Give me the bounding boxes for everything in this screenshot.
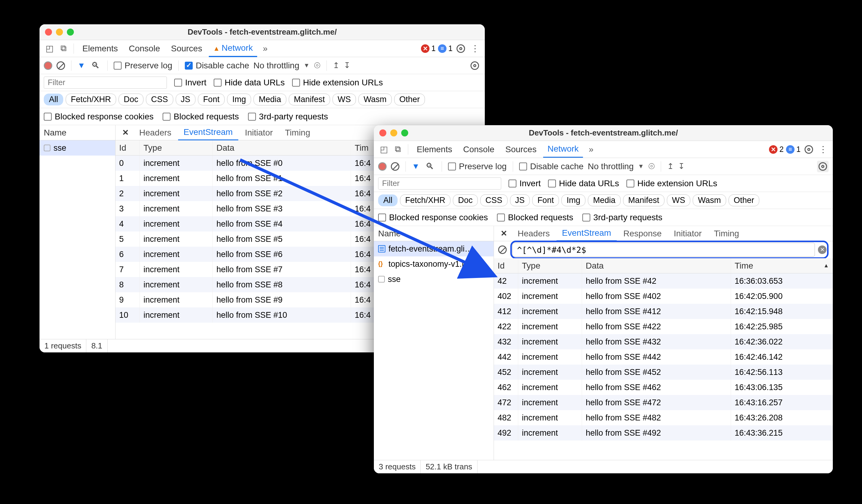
data-row[interactable]: 452incrementhello from SSE #45216:42:56.… <box>494 364 833 380</box>
request-row[interactable]: sse <box>374 271 494 287</box>
pill-ws[interactable]: WS <box>332 94 356 105</box>
pill-all[interactable]: All <box>378 195 397 206</box>
search-icon[interactable]: 🔍︎ <box>90 60 101 71</box>
pill-font[interactable]: Font <box>198 94 225 105</box>
more-menu-icon[interactable]: ⋮ <box>469 43 481 54</box>
pill-media[interactable]: Media <box>253 94 286 105</box>
col-type[interactable]: Type <box>140 140 213 155</box>
minimize-icon[interactable] <box>390 129 397 136</box>
network-conditions-icon[interactable]: ⦾ <box>646 161 657 172</box>
pill-img[interactable]: Img <box>227 94 251 105</box>
info-badge[interactable]: ≡1 <box>438 44 453 53</box>
tab-sources[interactable]: Sources <box>167 41 206 56</box>
tab-headers[interactable]: Headers <box>134 125 177 140</box>
blocked-cookies-checkbox[interactable]: Blocked response cookies <box>378 213 488 222</box>
tab-network[interactable]: Network <box>209 40 257 57</box>
upload-icon[interactable]: ↥ <box>333 61 340 70</box>
pill-other[interactable]: Other <box>729 195 760 206</box>
hide-ext-urls-checkbox[interactable]: Hide extension URLs <box>626 178 717 188</box>
close-icon[interactable] <box>45 29 52 36</box>
close-detail-icon[interactable]: ✕ <box>119 128 132 137</box>
pill-wasm[interactable]: Wasm <box>358 94 392 105</box>
data-row[interactable]: 402incrementhello from SSE #40216:42:05.… <box>494 289 833 304</box>
more-menu-icon[interactable]: ⋮ <box>817 144 828 155</box>
download-icon[interactable]: ↧ <box>344 61 351 70</box>
blocked-requests-checkbox[interactable]: Blocked requests <box>162 112 239 121</box>
disable-cache-checkbox[interactable]: Disable cache <box>519 162 584 171</box>
invert-checkbox[interactable]: Invert <box>174 78 206 88</box>
upload-icon[interactable]: ↥ <box>667 162 674 171</box>
throttling-select[interactable]: No throttling <box>588 162 634 171</box>
col-type[interactable]: Type <box>518 258 582 273</box>
hide-data-urls-checkbox[interactable]: Hide data URLs <box>214 78 285 88</box>
name-column-header[interactable]: Name <box>40 125 115 140</box>
pill-ws[interactable]: WS <box>667 195 691 206</box>
regex-filter-input[interactable] <box>512 243 815 257</box>
tab-elements[interactable]: Elements <box>78 41 122 56</box>
name-column-header[interactable]: Name <box>374 226 494 241</box>
tab-sources[interactable]: Sources <box>501 142 541 157</box>
preserve-log-checkbox[interactable]: Preserve log <box>114 61 172 70</box>
tab-initiator[interactable]: Initiator <box>239 125 278 140</box>
pill-doc[interactable]: Doc <box>119 94 143 105</box>
pill-js[interactable]: JS <box>510 195 530 206</box>
hide-ext-urls-checkbox[interactable]: Hide extension URLs <box>292 78 383 88</box>
tab-headers[interactable]: Headers <box>512 226 555 241</box>
pill-css[interactable]: CSS <box>146 94 173 105</box>
filter-input[interactable] <box>378 177 501 189</box>
blocked-cookies-checkbox[interactable]: Blocked response cookies <box>44 112 154 121</box>
data-row[interactable]: 412incrementhello from SSE #41216:42:15.… <box>494 304 833 319</box>
tab-eventstream[interactable]: EventStream <box>557 226 617 241</box>
close-icon[interactable] <box>379 129 386 136</box>
error-badge[interactable]: ✕2 <box>769 145 784 154</box>
tab-timing[interactable]: Timing <box>279 125 316 140</box>
data-row[interactable]: 472incrementhello from SSE #47216:43:16.… <box>494 395 833 410</box>
clear-filter-icon[interactable]: ✕ <box>818 246 826 254</box>
pill-manifest[interactable]: Manifest <box>289 94 330 105</box>
filter-icon[interactable]: ▼ <box>412 162 420 171</box>
pill-other[interactable]: Other <box>394 94 425 105</box>
tab-timing[interactable]: Timing <box>708 226 745 241</box>
pill-doc[interactable]: Doc <box>453 195 478 206</box>
tab-console[interactable]: Console <box>125 41 165 56</box>
pill-js[interactable]: JS <box>176 94 196 105</box>
settings-icon[interactable] <box>803 144 814 155</box>
tab-console[interactable]: Console <box>459 142 499 157</box>
settings-toolbar-icon[interactable] <box>469 60 481 71</box>
col-id[interactable]: Id <box>116 140 140 155</box>
more-tabs-icon[interactable]: » <box>585 144 597 155</box>
throttling-select[interactable]: No throttling <box>253 61 299 70</box>
more-tabs-icon[interactable]: » <box>260 43 271 54</box>
record-icon[interactable] <box>44 61 52 70</box>
pill-img[interactable]: Img <box>561 195 585 206</box>
request-row-sse[interactable]: sse <box>40 140 115 156</box>
data-row[interactable]: 462incrementhello from SSE #46216:43:06.… <box>494 380 833 395</box>
blocked-requests-checkbox[interactable]: Blocked requests <box>497 213 573 222</box>
filter-icon[interactable]: ▼ <box>78 61 86 70</box>
clear-icon[interactable] <box>56 61 65 70</box>
device-toolbar-icon[interactable]: ⧉ <box>58 43 69 54</box>
record-icon[interactable] <box>378 162 387 171</box>
download-icon[interactable]: ↧ <box>678 162 685 171</box>
pill-wasm[interactable]: Wasm <box>693 195 726 206</box>
close-detail-icon[interactable]: ✕ <box>497 229 511 238</box>
pill-fetchxhr[interactable]: Fetch/XHR <box>400 195 450 206</box>
clear-events-icon[interactable] <box>498 246 507 254</box>
data-row[interactable]: 422incrementhello from SSE #42216:42:25.… <box>494 319 833 334</box>
data-row[interactable]: 432incrementhello from SSE #43216:42:36.… <box>494 334 833 349</box>
pill-css[interactable]: CSS <box>480 195 508 206</box>
pill-all[interactable]: All <box>44 94 63 105</box>
data-row[interactable]: 42incrementhello from SSE #4216:36:03.65… <box>494 274 833 289</box>
disable-cache-checkbox[interactable]: Disable cache <box>185 61 249 70</box>
tab-initiator[interactable]: Initiator <box>668 226 707 241</box>
data-row[interactable]: 492incrementhello from SSE #49216:43:36.… <box>494 425 833 440</box>
hide-data-urls-checkbox[interactable]: Hide data URLs <box>548 178 619 188</box>
preserve-log-checkbox[interactable]: Preserve log <box>448 162 507 171</box>
chevron-down-icon[interactable]: ▼ <box>638 163 644 170</box>
maximize-icon[interactable] <box>401 129 408 136</box>
filter-input[interactable] <box>44 77 167 89</box>
settings-toolbar-icon[interactable] <box>817 161 828 172</box>
device-toolbar-icon[interactable]: ⧉ <box>392 144 404 155</box>
inspect-icon[interactable]: ◰ <box>44 43 55 54</box>
request-row[interactable]: fetch-eventstream.gli… <box>374 241 494 256</box>
